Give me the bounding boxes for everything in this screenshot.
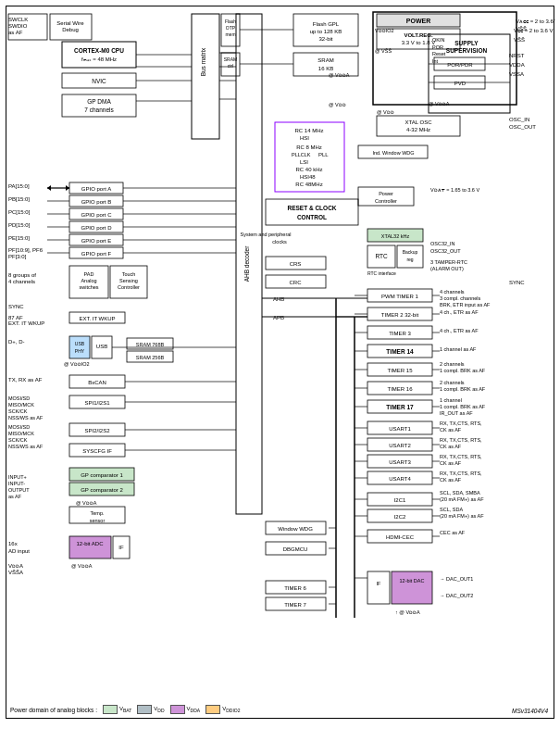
svg-rect-145	[69, 507, 125, 523]
svg-text:TIMER 14: TIMER 14	[386, 348, 414, 355]
svg-text:APB: APB	[273, 315, 284, 320]
svg-text:SYNC: SYNC	[509, 280, 525, 285]
legend-box-vddio2	[205, 705, 220, 714]
svg-text:1 channel: 1 channel	[440, 397, 462, 403]
svg-rect-24	[293, 53, 358, 76]
svg-rect-81	[69, 208, 123, 220]
svg-text:RC 48MHz: RC 48MHz	[295, 182, 322, 187]
svg-text:2 channels: 2 channels	[440, 361, 465, 367]
svg-text:SRAM 768B: SRAM 768B	[136, 342, 165, 347]
svg-text:NVIC: NVIC	[92, 78, 106, 84]
svg-text:↑ @ VᴅᴅA: ↑ @ VᴅᴅA	[395, 609, 420, 615]
svg-text:@ VᴅᴅIO2: @ VᴅᴅIO2	[64, 361, 90, 367]
svg-text:OSC_OUT: OSC_OUT	[509, 124, 536, 130]
svg-text:I2C1: I2C1	[394, 497, 406, 503]
svg-text:EXT. IT WKUP: EXT. IT WKUP	[79, 316, 115, 321]
svg-rect-173	[367, 289, 432, 302]
svg-text:Flash GPL: Flash GPL	[313, 21, 340, 27]
svg-rect-91	[69, 247, 123, 258]
svg-text:RTC interface: RTC interface	[367, 270, 396, 276]
svg-text:SYNC: SYNC	[8, 304, 24, 309]
svg-rect-51	[377, 116, 460, 136]
svg-text:VŜŜ: VŜŜ	[514, 36, 525, 43]
svg-rect-14	[236, 14, 262, 514]
svg-text:@ VŜŜ: @ VŜŜ	[375, 47, 392, 54]
svg-rect-105	[69, 312, 125, 323]
svg-rect-126	[69, 395, 125, 408]
legend-item-vbat: VBAT	[103, 705, 131, 714]
svg-text:PD[15:0]: PD[15:0]	[8, 222, 31, 228]
svg-text:PAD: PAD	[84, 271, 94, 277]
svg-text:@ VᴅᴅA: @ VᴅᴅA	[429, 101, 450, 107]
svg-text:7 channels: 7 channels	[84, 107, 114, 113]
svg-text:up to 128 KB: up to 128 KB	[310, 29, 342, 34]
svg-text:AHB: AHB	[273, 296, 284, 302]
svg-rect-200	[367, 421, 432, 434]
svg-text:Flash: Flash	[225, 19, 236, 24]
svg-text:RX, TX,CTS, RTS,: RX, TX,CTS, RTS,	[440, 437, 482, 443]
svg-rect-64	[266, 199, 358, 225]
svg-text:@ VᴅᴅA: @ VᴅᴅA	[76, 500, 97, 506]
svg-rect-71	[358, 187, 414, 206]
svg-text:VŜŜA: VŜŜA	[8, 569, 23, 575]
legend-text-vdd: VDD	[154, 706, 164, 713]
svg-text:TIMER 17: TIMER 17	[386, 404, 414, 410]
svg-text:CK as AF: CK as AF	[440, 427, 462, 433]
svg-text:RX, TX,CTS, RTS,: RX, TX,CTS, RTS,	[440, 471, 482, 476]
svg-text:SCK/CK: SCK/CK	[8, 437, 28, 443]
svg-text:PF[3:0]: PF[3:0]	[8, 254, 27, 259]
svg-text:CK as AF: CK as AF	[440, 460, 462, 466]
svg-rect-236	[367, 245, 395, 268]
svg-rect-54	[275, 122, 344, 192]
diagram-svg: SWCLK SWDIO as AF Serial Wire Debug CORT…	[6, 6, 555, 720]
svg-rect-220	[367, 509, 432, 522]
svg-rect-142	[69, 483, 134, 496]
legend-text-vbat: VBAT	[119, 706, 131, 713]
svg-text:4 ch., ETR as AF: 4 ch., ETR as AF	[440, 309, 479, 315]
svg-text:TIMER 7: TIMER 7	[284, 602, 306, 608]
svg-rect-30	[62, 94, 136, 117]
svg-text:3.3 V to 1.8 V: 3.3 V to 1.8 V	[402, 40, 435, 45]
svg-rect-204	[367, 438, 432, 451]
svg-text:BxCAN: BxCAN	[88, 380, 106, 385]
svg-text:clocks: clocks	[272, 239, 287, 245]
svg-text:Vᴅᴀᴛ = 1.65 to 3.6 V: Vᴅᴀᴛ = 1.65 to 3.6 V	[430, 187, 479, 193]
svg-text:(20 mA FM+) as AF: (20 mA FM+) as AF	[440, 496, 484, 502]
svg-text:3 compl. channels: 3 compl. channels	[440, 295, 481, 301]
svg-rect-120	[69, 375, 125, 388]
svg-text:16x: 16x	[8, 541, 18, 546]
svg-text:VOLT.REG.: VOLT.REG.	[404, 32, 433, 38]
page: SWCLK SWDIO as AF Serial Wire Debug CORT…	[0, 0, 560, 753]
svg-text:DBGMCU: DBGMCU	[283, 546, 308, 552]
svg-rect-234	[367, 229, 423, 242]
svg-text:GPIO port A: GPIO port A	[81, 186, 111, 192]
svg-text:MOSI/SD: MOSI/SD	[8, 424, 30, 430]
svg-text:XTAL32 kHz: XTAL32 kHz	[381, 233, 410, 239]
svg-text:CONTROL: CONTROL	[297, 214, 327, 220]
svg-text:SPI1/I2S1: SPI1/I2S1	[84, 400, 110, 406]
svg-text:RTC: RTC	[375, 253, 388, 259]
svg-text:@ VᴅᴅA: @ VᴅᴅA	[71, 563, 93, 569]
svg-text:VSSA: VSSA	[509, 71, 524, 77]
svg-text:87 AF: 87 AF	[8, 315, 23, 320]
svg-text:4 channels: 4 channels	[8, 279, 35, 284]
svg-text:MISO/MCK: MISO/MCK	[8, 431, 34, 436]
svg-text:MISO/MCK: MISO/MCK	[8, 402, 34, 408]
svg-rect-20	[221, 14, 240, 46]
svg-rect-41	[434, 57, 485, 70]
svg-text:Int: Int	[432, 58, 439, 64]
svg-rect-69	[358, 145, 428, 158]
svg-text:Window WDG: Window WDG	[278, 526, 313, 532]
svg-text:@ VᴅᴅA: @ VᴅᴅA	[329, 72, 350, 78]
svg-rect-140	[69, 468, 134, 481]
svg-text:USB: USB	[75, 341, 85, 346]
svg-text:1 channel as AF: 1 channel as AF	[440, 346, 477, 352]
svg-text:SCK/CK: SCK/CK	[8, 408, 28, 414]
legend-box-vdd	[137, 705, 152, 714]
svg-text:Power: Power	[379, 191, 393, 196]
svg-text:SYSCFG IF: SYSCFG IF	[82, 448, 112, 454]
svg-text:8 groups of: 8 groups of	[8, 272, 36, 278]
svg-text:(ALARM OUT): (ALARM OUT)	[430, 266, 464, 271]
svg-text:VᴅᴅIO2: VᴅᴅIO2	[375, 28, 394, 33]
svg-rect-163	[266, 542, 326, 555]
